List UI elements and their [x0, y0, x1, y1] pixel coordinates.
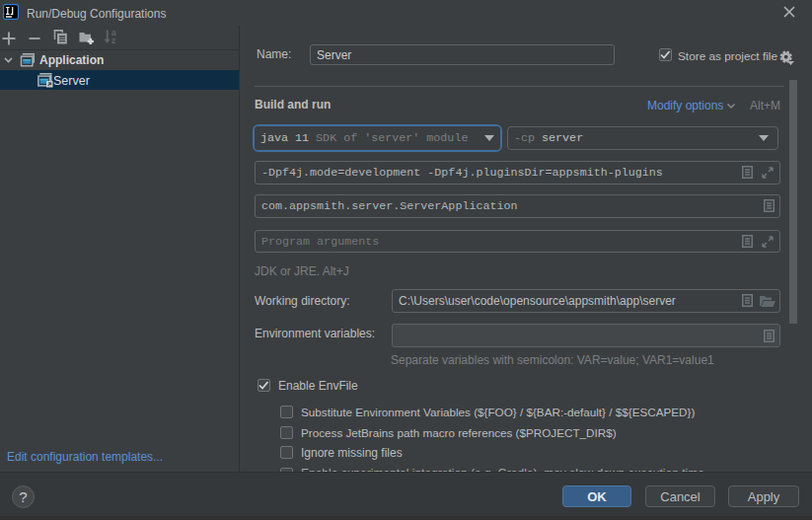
svg-text:z: z: [111, 36, 115, 45]
